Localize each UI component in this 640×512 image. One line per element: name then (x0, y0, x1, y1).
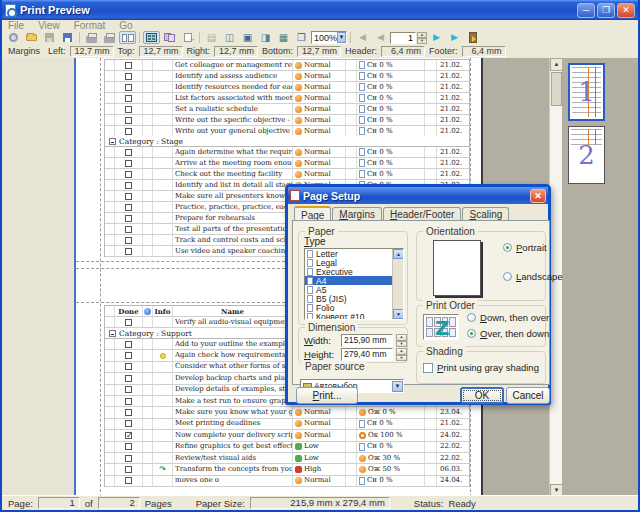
scroll-down-icon[interactable]: ▼ (393, 309, 404, 319)
chevron-down-icon[interactable]: ▼ (337, 32, 346, 43)
menu-format[interactable]: Format (74, 20, 106, 31)
radio-portrait[interactable]: Portrait (503, 242, 563, 253)
shading-caption: Shading (423, 346, 466, 357)
width-stepper[interactable]: ▲▼ (396, 334, 407, 347)
view-single-button[interactable]: ▤ (203, 31, 220, 44)
margin-value: 12,7 mm (70, 46, 114, 57)
height-stepper[interactable]: ▲▼ (396, 348, 407, 361)
menu-file[interactable]: File (8, 20, 24, 31)
close-preview-button[interactable] (464, 31, 481, 44)
save-icon (63, 33, 72, 42)
done-checkbox (125, 375, 132, 382)
menu-view[interactable]: View (38, 20, 60, 31)
radio-over-then-down[interactable]: Over, then down (467, 328, 549, 339)
done-checkbox (125, 352, 132, 359)
open-button[interactable] (23, 31, 40, 44)
collapse-icon[interactable] (109, 138, 116, 145)
category-label: Category : Stage (119, 137, 183, 146)
scrollbar-thumb[interactable] (551, 72, 562, 106)
minimize-button[interactable]: ─ (577, 3, 595, 18)
spin-down-icon[interactable]: ▼ (417, 38, 427, 44)
priority-icon (295, 477, 302, 484)
priority-cell: Normal (293, 60, 346, 70)
printer-setup-icon (104, 36, 115, 43)
margin-label: Footer: (429, 46, 458, 56)
save-button[interactable] (59, 31, 76, 44)
menu-go[interactable]: Go (119, 20, 132, 31)
task-name: Test all parts of the presentation (173, 224, 293, 234)
status-cell: Сн 0 % (357, 169, 425, 179)
table-row: Write out the specific objective - the e… (105, 115, 469, 126)
cancel-button[interactable]: Cancel (506, 387, 550, 404)
task-name: List factors associated with meeting con… (173, 93, 293, 103)
status-cell: Ож 30 % (357, 453, 425, 463)
view-multi-button[interactable]: ❒ (293, 31, 310, 44)
due-date: 21.02. (437, 115, 471, 125)
page-number-input[interactable] (390, 32, 416, 44)
radio-down-then-over[interactable]: Down, then over (467, 312, 549, 323)
paper-type-item[interactable]: Конверт #10 (305, 312, 403, 320)
status-cell: Сн 0 % (357, 158, 425, 168)
due-date: 21.02. (437, 93, 471, 103)
gray-shading-checkbox-row[interactable]: Print using gray shading (423, 362, 539, 373)
of-label: of (85, 498, 93, 509)
task-name: Prepare for rehearsals (173, 213, 293, 223)
task-name: Develop details of examples, stories, st… (173, 385, 293, 395)
status-label: Status: (414, 498, 444, 509)
print-button[interactable]: Print... (296, 387, 358, 404)
page-label: Page: (8, 498, 33, 509)
checkbox-icon[interactable] (423, 363, 433, 373)
thumbnail-number: 1 (578, 77, 595, 107)
settings-button[interactable] (5, 31, 22, 44)
next-page-button[interactable]: ▶ (428, 31, 445, 44)
width-input[interactable]: 215,90 mm (341, 334, 393, 347)
last-page-button[interactable]: ▶ (446, 31, 463, 44)
view-fill-button[interactable]: ▣ (239, 31, 256, 44)
height-input[interactable]: 279,40 mm (341, 348, 393, 361)
collapse-icon[interactable] (109, 330, 116, 337)
task-name: Now complete your delivery script (173, 430, 293, 440)
view-wide-button[interactable]: ◨ (257, 31, 274, 44)
copy-pages-button[interactable] (161, 31, 178, 44)
scroll-up-icon[interactable]: ▲ (393, 249, 404, 259)
view-facing-button[interactable]: ◫ (221, 31, 238, 44)
copy-icon (164, 33, 175, 42)
separator (350, 32, 351, 43)
priority-icon (295, 466, 302, 473)
task-name: Practice, practice, practice, each time … (173, 202, 293, 212)
two-page-view-button[interactable] (119, 31, 136, 44)
status-icon (359, 420, 365, 428)
page-setup-button[interactable] (143, 31, 160, 44)
page-1-thumbnail[interactable]: 1 (568, 63, 605, 121)
print-button[interactable] (83, 31, 100, 44)
category-label: Category : Support (119, 329, 192, 338)
paper-type-list[interactable]: LetterLegalExecutiveA4A5B5 (JIS)FolioКон… (304, 248, 404, 320)
close-button[interactable]: ✕ (617, 3, 635, 18)
print-setup-button[interactable] (101, 31, 118, 44)
page-number-stepper[interactable]: ▲▼ (417, 32, 427, 44)
separator (139, 32, 140, 43)
margin-value: 12,7 mm (214, 46, 258, 57)
priority-icon (295, 62, 302, 69)
restore-button[interactable]: ❐ (597, 3, 615, 18)
export-button[interactable] (179, 31, 196, 44)
dialog-close-button[interactable]: ✕ (530, 189, 546, 203)
thumbnail-number: 2 (578, 140, 595, 170)
done-checkbox (125, 95, 132, 102)
list-scrollbar[interactable]: ▲ ▼ (392, 249, 403, 319)
next-page-icon: ▶ (433, 33, 440, 42)
status-cell: Ок 100 % (357, 430, 425, 440)
due-date: 21.02. (437, 419, 471, 429)
task-name: Identify resources needed for each task … (173, 82, 293, 92)
radio-landscape[interactable]: Landscape (503, 271, 563, 282)
task-name: Make sure all presenters know how to use… (173, 191, 293, 201)
status-icon (359, 105, 365, 113)
view-grid-button[interactable]: ▦ (275, 31, 292, 44)
priority-cell: Normal (293, 147, 346, 157)
ok-button[interactable]: OK (460, 387, 504, 404)
zoom-select[interactable]: 100% ▼ (311, 31, 347, 44)
page-2-thumbnail[interactable]: 2 (568, 126, 605, 184)
done-checkbox (125, 398, 132, 405)
chevron-down-icon[interactable]: ▼ (392, 381, 403, 392)
orientation-preview (433, 240, 481, 296)
